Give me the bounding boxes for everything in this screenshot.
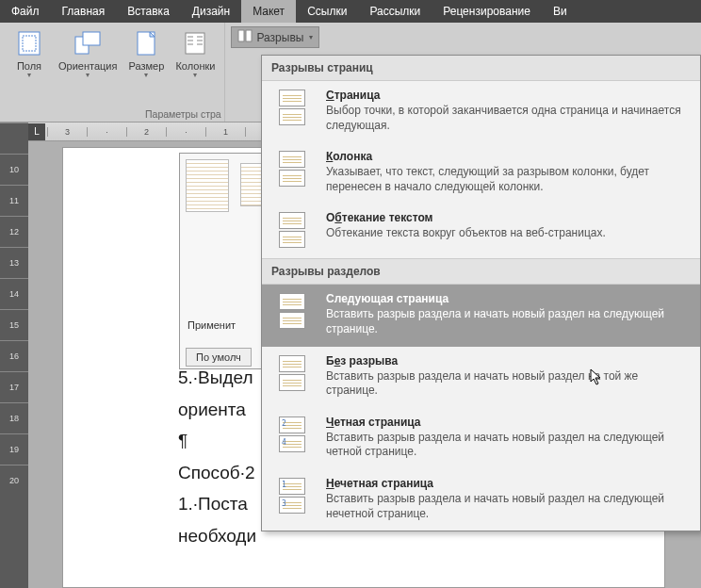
ruler-mark: 14	[0, 278, 28, 309]
option-desc: Вставить разрыв раздела и начать новый р…	[326, 492, 691, 521]
break-option-icon	[271, 150, 313, 188]
break-option-icon: 24	[271, 416, 313, 453]
break-option-page[interactable]: СтраницаВыбор точки, в которой заканчива…	[262, 81, 700, 142]
ruler-mark: 3	[47, 127, 87, 137]
caret-icon: ▾	[86, 71, 90, 79]
orientation-icon	[73, 28, 103, 58]
tab-file[interactable]: Файл	[0, 0, 51, 23]
caret-icon: ▾	[144, 71, 148, 79]
ruler-mark: 1	[205, 127, 245, 137]
option-desc: Выбор точки, в которой заканчивается одн…	[326, 104, 691, 133]
file-tabs: Файл Главная Вставка Дизайн Макет Ссылки…	[0, 0, 701, 23]
option-title: Нечетная страница	[326, 477, 691, 490]
tab-review[interactable]: Рецензирование	[432, 0, 542, 23]
ruler-mark: 12	[0, 216, 28, 247]
ruler-mark: 13	[0, 247, 28, 278]
breaks-icon	[237, 29, 253, 45]
ruler-mark: ·	[166, 127, 205, 137]
ruler-mark: 10	[0, 154, 28, 185]
size-button[interactable]: Размер ▾	[122, 26, 170, 81]
columns-button[interactable]: Колонки ▾	[171, 26, 219, 81]
option-desc: Вставить разрыв раздела и начать новый р…	[326, 307, 691, 336]
tab-references[interactable]: Ссылки	[296, 0, 358, 23]
svg-rect-13	[246, 30, 252, 41]
page-setup-group: Поля ▾ Ориентация ▾ Размер ▾	[0, 23, 225, 122]
ruler-mark: 15	[0, 309, 28, 340]
option-desc: Вставить разрыв раздела и начать новый р…	[326, 369, 691, 399]
margins-icon	[14, 28, 44, 58]
ruler-mark: 17	[0, 371, 28, 402]
break-option-page[interactable]: КолонкаУказывает, что текст, следующий з…	[262, 142, 700, 204]
breaks-dropdown: Разрывы страниц СтраницаВыбор точки, в к…	[261, 55, 701, 531]
break-option-icon	[271, 89, 313, 126]
break-option-section[interactable]: Без разрываВставить разрыв раздела и нач…	[262, 347, 700, 408]
option-desc: Обтекание текста вокруг объектов на веб-…	[326, 226, 606, 241]
option-desc: Указывает, что текст, следующий за разры…	[326, 165, 691, 194]
caret-icon: ▾	[27, 71, 31, 79]
ruler-mark: ·	[87, 127, 126, 137]
break-option-section[interactable]: 13Нечетная страницаВставить разрыв разде…	[262, 469, 700, 531]
option-title: Обтекание текстом	[326, 211, 606, 224]
mouse-cursor-icon	[590, 368, 603, 389]
ruler-mark: 16	[0, 340, 28, 371]
ruler-mark: 19	[0, 433, 28, 465]
break-option-section[interactable]: 24Четная страницаВставить разрыв раздела…	[262, 408, 700, 469]
editor-area: L 3·2·1·· 1011121314151617181920 5.·Выде…	[0, 122, 701, 588]
ruler-mark: 20	[0, 465, 28, 496]
caret-icon: ▾	[309, 33, 313, 41]
tab-mailings[interactable]: Рассылки	[358, 0, 432, 23]
ruler-mark: 2	[126, 127, 166, 137]
break-option-icon	[271, 292, 313, 330]
breaks-label: Разрывы	[256, 31, 303, 44]
page-setup-caption: Параметры стра	[145, 108, 221, 120]
tab-design[interactable]: Дизайн	[181, 0, 241, 23]
preview-thumb	[186, 159, 229, 212]
breaks-button[interactable]: Разрывы ▾	[231, 26, 319, 48]
ruler-mark: 18	[0, 402, 28, 433]
vertical-ruler[interactable]: 1011121314151617181920	[0, 122, 28, 588]
option-title: Следующая страница	[326, 292, 691, 305]
svg-rect-3	[83, 32, 100, 45]
orientation-button[interactable]: Ориентация ▾	[55, 26, 121, 81]
option-title: Страница	[326, 89, 691, 102]
size-icon	[131, 28, 161, 58]
break-option-icon	[271, 354, 313, 392]
break-option-icon: 13	[271, 477, 313, 514]
tab-insert[interactable]: Вставка	[116, 0, 181, 23]
tab-layout[interactable]: Макет	[241, 0, 296, 23]
default-button[interactable]: По умолч	[186, 348, 252, 367]
columns-icon	[180, 28, 210, 58]
svg-rect-5	[186, 33, 204, 54]
break-option-section[interactable]: Следующая страницаВставить разрыв раздел…	[262, 285, 700, 346]
option-title: Без разрыва	[326, 354, 691, 368]
option-title: Четная страница	[326, 416, 691, 429]
ruler-mark: 11	[0, 185, 28, 216]
tab-stop-selector[interactable]: L	[28, 123, 45, 140]
break-option-page[interactable]: Обтекание текстомОбтекание текста вокруг…	[262, 204, 700, 258]
apply-to-label: Применит	[187, 319, 236, 331]
tab-home[interactable]: Главная	[51, 0, 117, 23]
option-title: Колонка	[326, 150, 691, 163]
section-breaks-header: Разрывы разделов	[262, 258, 700, 285]
break-option-icon	[271, 211, 313, 249]
svg-rect-12	[238, 30, 244, 41]
margins-button[interactable]: Поля ▾	[6, 26, 53, 81]
tab-view-cut[interactable]: Ви	[542, 0, 579, 23]
option-desc: Вставить разрыв раздела и начать новый р…	[326, 431, 691, 460]
page-breaks-header: Разрывы страниц	[262, 56, 700, 81]
ruler-mark	[0, 122, 28, 154]
caret-icon: ▾	[193, 71, 197, 79]
